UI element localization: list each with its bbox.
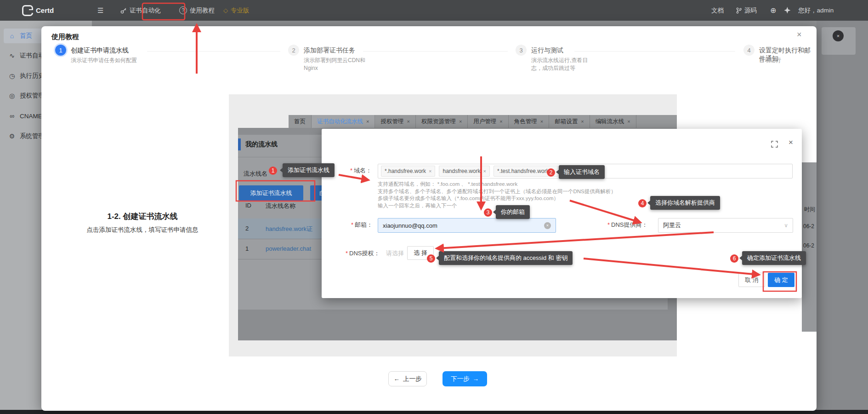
clear-icon[interactable]: × — [544, 222, 551, 229]
time-cell: 06-2 — [803, 242, 814, 249]
modal-close-icon[interactable]: × — [797, 30, 802, 40]
dialog-close-icon[interactable]: × — [789, 138, 793, 147]
section-title: 1-2. 创建证书流水线 — [41, 211, 244, 222]
diamond-icon: ◇ — [223, 7, 228, 14]
prev-step-button[interactable]: ←上一步 — [388, 371, 427, 386]
email-value: xiaojunnuo@qq.com — [383, 222, 544, 229]
home-icon: ⌂ — [8, 32, 16, 40]
menu-pro[interactable]: ◇ 专业版 — [223, 0, 250, 21]
row-id: 2 — [245, 225, 249, 232]
demo-tab-mail[interactable]: 邮箱设置× — [549, 115, 590, 128]
step-3-circle: 3 — [516, 45, 527, 56]
sidebar-item-label: 系统管理 — [20, 132, 45, 140]
close-circle-icon[interactable]: × — [833, 30, 844, 41]
sidebar-item-label: 授权管理 — [20, 92, 45, 100]
target-icon: ◎ — [8, 92, 16, 99]
step-connector — [574, 51, 735, 52]
tab-close-icon[interactable]: × — [627, 119, 630, 124]
demo-tab-edit-pipeline[interactable]: 编辑流水线× — [590, 115, 636, 128]
next-step-button[interactable]: 下一步→ — [443, 371, 487, 386]
email-input[interactable]: xiaojunnuo@qq.com × — [378, 218, 556, 233]
tab-close-icon[interactable]: × — [407, 119, 409, 124]
menu-cert-automation[interactable]: 证书自动化 — [120, 0, 161, 21]
confirm-button[interactable]: 确 定 — [768, 273, 794, 287]
fullscreen-icon[interactable] — [771, 141, 778, 148]
step-connector — [363, 51, 508, 52]
docs-label: 文档 — [711, 6, 724, 15]
menu-source[interactable]: 源码 — [736, 0, 757, 21]
menu-cert-label: 证书自动化 — [130, 6, 161, 15]
demo-tab-authorization[interactable]: 授权管理× — [375, 115, 415, 128]
domain-help-text: 支持通配符域名，例如： *.foo.com 、 *.test.handsfree… — [378, 181, 616, 209]
demo-tab-home[interactable]: 首页 — [289, 115, 312, 128]
demo-page-title: 我的流水线 — [245, 140, 278, 149]
user-greeting[interactable]: 您好，admin — [798, 0, 834, 21]
demo-time-column: 时间 06-2 06-2 — [802, 162, 817, 332]
domain-label: *域名： — [350, 167, 372, 175]
add-pipeline-dialog: × *域名： *.handsfree.work× handsfree.work×… — [322, 129, 802, 298]
globe-icon: ⊕ — [770, 6, 776, 15]
dns-provider-label: *DNS提供商： — [607, 221, 648, 229]
demo-tab-users[interactable]: 用户管理× — [468, 115, 508, 128]
dns-provider-select[interactable]: 阿里云 ∨ — [658, 218, 793, 233]
menu-tutorial[interactable]: ? 使用教程 — [179, 0, 215, 21]
domain-tag[interactable]: *.handsfree.work× — [381, 166, 435, 177]
theme-button[interactable] — [784, 0, 791, 21]
step-2-circle: 2 — [288, 45, 299, 56]
tab-close-icon[interactable]: × — [499, 119, 502, 124]
tab-close-icon[interactable]: × — [459, 119, 462, 124]
menu-tutorial-label: 使用教程 — [190, 6, 215, 15]
sidebar-item-label: 首页 — [20, 32, 32, 40]
domain-tag[interactable]: handsfree.work× — [439, 166, 489, 177]
choose-button[interactable]: 选 择 — [407, 246, 434, 260]
tag-close-icon[interactable]: × — [483, 168, 486, 174]
step-3-title: 运行与测试 — [531, 46, 563, 55]
chart-icon: ∿ — [8, 52, 16, 59]
top-bar: Certd ☰ 证书自动化 ? 使用教程 ◇ 专业版 文档 源码 ⊕ 您好，ad… — [0, 0, 868, 21]
source-label: 源码 — [744, 6, 757, 15]
step-1-title: 创建证书申请流水线 — [71, 46, 129, 55]
tab-close-icon[interactable]: × — [540, 119, 543, 124]
sidebar-item-label: CNAME — [20, 113, 42, 120]
demo-tab-roles[interactable]: 角色管理× — [509, 115, 549, 128]
menu-docs[interactable]: 文档 — [711, 0, 724, 21]
language-button[interactable]: ⊕ — [770, 0, 776, 21]
domain-tags-input[interactable]: *.handsfree.work× handsfree.work× *.test… — [378, 164, 793, 178]
demo-bottom-band — [229, 343, 677, 356]
gear-icon: ⚙ — [8, 132, 16, 140]
demo-tab-bar: 首页 证书自动化流水线× 授权管理× 权限资源管理× 用户管理× 角色管理× 邮… — [289, 115, 677, 128]
clock-icon: ◷ — [8, 72, 16, 80]
dimmed-page-right — [817, 21, 868, 410]
step-2-desc: 演示部署到阿里云CDN和Nginx — [304, 57, 374, 72]
greeting-label: 您好，admin — [798, 6, 834, 15]
arrow-right-icon: → — [473, 375, 479, 382]
tutorial-modal: 使用教程 × 1 创建证书申请流水线 演示证书申请任务如何配置 2 添加部署证书… — [41, 26, 817, 411]
section-desc: 点击添加证书流水线，填写证书申请信息 — [41, 226, 244, 234]
column-header-id: ID — [245, 202, 251, 209]
tag-close-icon[interactable]: × — [429, 168, 431, 174]
pipeline-link[interactable]: handsfree.work证 — [266, 225, 312, 233]
tab-close-icon[interactable]: × — [366, 119, 369, 124]
time-cell: 06-2 — [803, 223, 814, 230]
column-header-time: 时间 — [804, 206, 815, 213]
step-4-desc: 自动运行 — [759, 57, 814, 64]
dns-auth-placeholder: 请选择 — [386, 249, 404, 258]
card-accent-bar — [238, 138, 241, 150]
step-1-circle: 1 — [55, 45, 66, 56]
fold-icon: ☰ — [97, 6, 103, 15]
brand-name: Certd — [36, 6, 54, 14]
git-branch-icon — [736, 7, 742, 14]
sparkle-icon — [784, 7, 791, 14]
sidebar-fold-button[interactable]: ☰ — [97, 0, 103, 21]
app-logo[interactable]: Certd — [22, 0, 54, 21]
question-circle-icon: ? — [179, 6, 187, 14]
step-1-desc: 演示证书申请任务如何配置 — [71, 57, 139, 64]
pipeline-link[interactable]: powerleader.chat — [266, 245, 311, 252]
tab-close-icon[interactable]: × — [581, 119, 584, 124]
domain-tag[interactable]: *.test.handsfree.work× — [494, 166, 558, 177]
demo-tab-permissions[interactable]: 权限资源管理× — [416, 115, 468, 128]
cancel-button[interactable]: 取 消 — [738, 273, 765, 287]
demo-tab-pipelines[interactable]: 证书自动化流水线× — [312, 115, 375, 128]
tag-close-icon[interactable]: × — [552, 168, 555, 174]
add-pipeline-button[interactable]: 添加证书流水线 — [239, 185, 303, 201]
